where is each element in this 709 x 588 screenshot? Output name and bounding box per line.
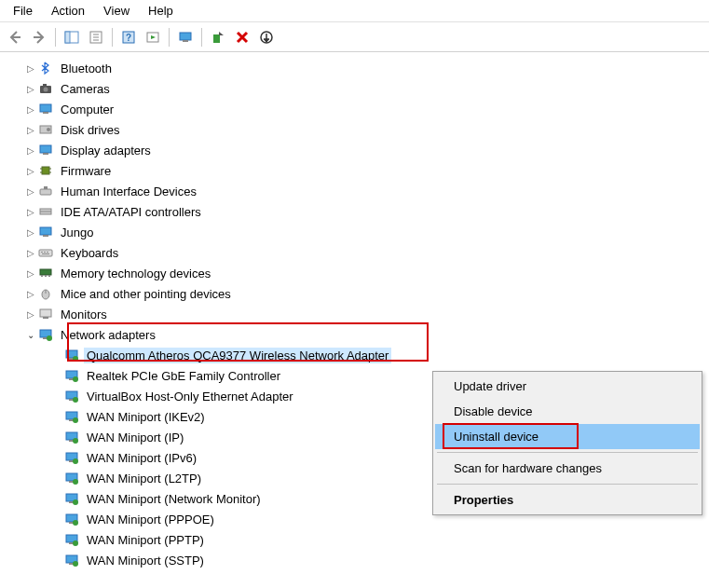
- tree-item-wan-pptp[interactable]: WAN Miniport (PPTP): [6, 529, 709, 550]
- svg-point-75: [73, 499, 78, 505]
- menu-help[interactable]: Help: [139, 2, 183, 20]
- tree-label: Display adapters: [58, 143, 154, 158]
- tree-item-bluetooth[interactable]: ▷ Bluetooth: [6, 58, 709, 78]
- help-button[interactable]: ?: [117, 26, 140, 48]
- svg-marker-13: [219, 32, 224, 35]
- svg-rect-44: [48, 275, 50, 277]
- tree-item-disk-drives[interactable]: ▷ Disk drives: [6, 119, 709, 140]
- expand-icon[interactable]: ▷: [24, 125, 37, 135]
- tree-label: Jungo: [58, 225, 96, 240]
- expand-icon[interactable]: ▷: [24, 309, 37, 320]
- network-adapter-icon: [63, 408, 80, 425]
- tree-item-hid[interactable]: ▷ Human Interface Devices: [6, 181, 709, 201]
- tree-label: Bluetooth: [58, 61, 115, 76]
- monitor-icon: [37, 101, 54, 117]
- svg-rect-30: [40, 189, 51, 195]
- svg-text:?: ?: [126, 33, 131, 43]
- tree-label: Memory technology devices: [58, 266, 213, 281]
- expand-icon[interactable]: ▷: [24, 84, 37, 94]
- svg-point-69: [73, 458, 78, 464]
- keyboard-icon: [37, 244, 54, 261]
- ctx-update-driver[interactable]: Update driver: [435, 374, 700, 399]
- tree-item-wan-sstp[interactable]: WAN Miniport (SSTP): [6, 550, 709, 570]
- tree-item-computer[interactable]: ▷ Computer: [6, 99, 709, 119]
- expand-icon[interactable]: ▷: [24, 186, 37, 197]
- back-button[interactable]: [4, 26, 26, 48]
- tree-item-memory-tech[interactable]: ▷ Memory technology devices: [6, 263, 709, 283]
- svg-point-72: [73, 479, 78, 485]
- network-adapter-icon: [63, 347, 80, 363]
- network-adapter-icon: [63, 490, 80, 507]
- toolbar: ?: [0, 22, 709, 52]
- tree-item-network-adapters[interactable]: ⌄ Network adapters: [6, 324, 709, 345]
- network-icon: [37, 326, 54, 343]
- tree-label: Mice and other pointing devices: [58, 286, 234, 302]
- expand-icon[interactable]: ▷: [24, 166, 37, 176]
- tree-label: WAN Miniport (PPPOE): [84, 512, 217, 527]
- tree-label: WAN Miniport (L2TP): [84, 471, 204, 486]
- menu-file[interactable]: File: [4, 2, 42, 20]
- toolbar-button-4[interactable]: [142, 26, 164, 48]
- svg-rect-36: [39, 250, 52, 256]
- svg-rect-1: [65, 32, 70, 43]
- tree-item-mice[interactable]: ▷ Mice and other pointing devices: [6, 283, 709, 304]
- tree-item-cameras[interactable]: ▷ Cameras: [6, 78, 709, 99]
- expand-icon[interactable]: ▷: [24, 227, 37, 238]
- menubar: File Action View Help: [0, 0, 709, 22]
- tree-label: IDE ATA/ATAPI controllers: [58, 204, 204, 220]
- tree-label: WAN Miniport (IPv6): [84, 450, 199, 466]
- update-driver-button[interactable]: [207, 26, 229, 48]
- tree-item-ide[interactable]: ▷ IDE ATA/ATAPI controllers: [6, 201, 709, 222]
- monitor-icon: [37, 306, 54, 322]
- tree-item-qca9377[interactable]: Qualcomm Atheros QCA9377 Wireless Networ…: [6, 345, 709, 365]
- forward-button[interactable]: [28, 26, 50, 48]
- ctx-scan-hardware[interactable]: Scan for hardware changes: [435, 456, 700, 481]
- ctx-disable-device[interactable]: Disable device: [435, 399, 700, 424]
- collapse-icon[interactable]: ⌄: [24, 330, 37, 340]
- svg-rect-40: [42, 253, 49, 254]
- svg-rect-42: [41, 275, 43, 277]
- tree-label: WAN Miniport (IP): [84, 430, 186, 445]
- expand-icon[interactable]: ▷: [24, 145, 37, 156]
- tree-label: Cameras: [58, 81, 113, 97]
- svg-point-17: [44, 88, 48, 92]
- disable-button[interactable]: [255, 26, 278, 48]
- expand-icon[interactable]: ▷: [24, 104, 37, 115]
- camera-icon: [37, 80, 54, 97]
- toolbar-button-2[interactable]: [85, 26, 107, 48]
- tree-item-keyboards[interactable]: ▷ Keyboards: [6, 242, 709, 263]
- tree-item-jungo[interactable]: ▷ Jungo: [6, 222, 709, 242]
- expand-icon[interactable]: ▷: [24, 207, 37, 217]
- svg-point-63: [73, 417, 78, 423]
- disk-icon: [37, 121, 54, 138]
- svg-rect-35: [43, 235, 48, 237]
- tree-item-monitors[interactable]: ▷ Monitors: [6, 304, 709, 324]
- hid-icon: [37, 183, 54, 199]
- expand-icon[interactable]: ▷: [24, 63, 37, 74]
- tree-label: WAN Miniport (IKEv2): [84, 409, 208, 425]
- network-adapter-icon: [63, 531, 80, 548]
- tree-label: Monitors: [58, 307, 110, 322]
- tree-item-firmware[interactable]: ▷ Firmware: [6, 160, 709, 181]
- show-hide-tree-button[interactable]: [61, 26, 83, 48]
- bluetooth-icon: [37, 60, 54, 76]
- menu-action[interactable]: Action: [42, 2, 94, 20]
- tree-label: Human Interface Devices: [58, 184, 199, 199]
- svg-rect-23: [40, 145, 51, 153]
- ctx-properties[interactable]: Properties: [435, 487, 700, 513]
- tree-item-display-adapters[interactable]: ▷ Display adapters: [6, 140, 709, 160]
- expand-icon[interactable]: ▷: [24, 248, 37, 258]
- menu-view[interactable]: View: [94, 2, 139, 20]
- uninstall-button[interactable]: [231, 26, 253, 48]
- scan-hardware-button[interactable]: [174, 26, 197, 48]
- ctx-uninstall-device[interactable]: Uninstall device: [435, 424, 700, 449]
- tree-label: Computer: [58, 102, 116, 117]
- svg-rect-20: [43, 112, 48, 114]
- expand-icon[interactable]: ▷: [24, 268, 37, 279]
- svg-rect-37: [41, 252, 43, 253]
- mouse-icon: [37, 285, 54, 302]
- expand-icon[interactable]: ▷: [24, 289, 37, 299]
- svg-rect-24: [43, 153, 48, 155]
- network-adapter-icon: [63, 367, 80, 384]
- memory-icon: [37, 265, 54, 281]
